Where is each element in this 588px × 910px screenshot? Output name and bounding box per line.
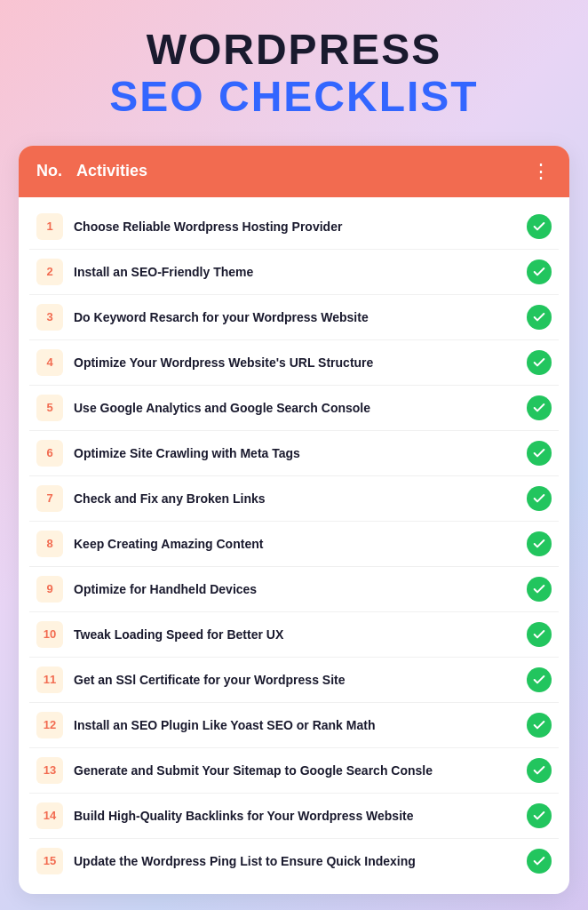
item-text: Optimize for Handheld Devices: [74, 581, 516, 597]
item-text: Get an SSl Certificate for your Wordpres…: [74, 672, 516, 688]
list-item: 4Optimize Your Wordpress Website's URL S…: [29, 340, 559, 386]
item-text: Build High-Quality Backlinks for Your Wo…: [74, 808, 516, 824]
header-no-label: No.: [36, 162, 62, 180]
item-text: Install an SEO Plugin Like Yoast SEO or …: [74, 717, 516, 733]
list-item: 15Update the Wordpress Ping List to Ensu…: [29, 839, 559, 883]
item-number: 14: [36, 802, 63, 829]
item-text: Optimize Your Wordpress Website's URL St…: [74, 355, 516, 371]
item-number: 3: [36, 304, 63, 331]
title-line1: WORDPRESS: [19, 27, 569, 74]
item-number: 6: [36, 440, 63, 467]
check-icon[interactable]: [527, 622, 552, 647]
checklist-items: 1Choose Reliable Wordpress Hosting Provi…: [19, 197, 569, 894]
list-item: 13Generate and Submit Your Sitemap to Go…: [29, 748, 559, 794]
header-activities-label: Activities: [76, 162, 147, 180]
check-icon[interactable]: [527, 667, 552, 692]
list-item: 7Check and Fix any Broken Links: [29, 476, 559, 522]
list-item: 5Use Google Analytics and Google Search …: [29, 386, 559, 431]
list-item: 12Install an SEO Plugin Like Yoast SEO o…: [29, 703, 559, 748]
check-icon[interactable]: [527, 441, 552, 466]
header-left: No. Activities: [36, 162, 147, 180]
item-text: Choose Reliable Wordpress Hosting Provid…: [74, 219, 516, 235]
check-icon[interactable]: [527, 259, 552, 284]
title-line2: SEO CHECKLIST: [19, 74, 569, 121]
item-number: 13: [36, 757, 63, 784]
item-text: Install an SEO-Friendly Theme: [74, 264, 516, 280]
item-number: 15: [36, 848, 63, 874]
check-icon[interactable]: [527, 305, 552, 330]
item-text: Optimize Site Crawling with Meta Tags: [74, 445, 516, 461]
check-icon[interactable]: [527, 713, 552, 738]
item-number: 4: [36, 349, 63, 376]
main-container: WORDPRESS SEO CHECKLIST No. Activities ⋮…: [19, 27, 569, 894]
checklist-header: No. Activities ⋮: [19, 146, 569, 197]
list-item: 9Optimize for Handheld Devices: [29, 567, 559, 612]
item-number: 11: [36, 667, 63, 693]
checklist-card: No. Activities ⋮ 1Choose Reliable Wordpr…: [19, 146, 569, 894]
item-text: Generate and Submit Your Sitemap to Goog…: [74, 762, 516, 778]
list-item: 11Get an SSl Certificate for your Wordpr…: [29, 658, 559, 703]
item-text: Check and Fix any Broken Links: [74, 491, 516, 507]
item-number: 12: [36, 712, 63, 738]
check-icon[interactable]: [527, 350, 552, 375]
list-item: 14Build High-Quality Backlinks for Your …: [29, 794, 559, 839]
check-icon[interactable]: [527, 214, 552, 239]
item-text: Keep Creating Amazing Content: [74, 536, 516, 552]
list-item: 8Keep Creating Amazing Content: [29, 522, 559, 567]
list-item: 10Tweak Loading Speed for Better UX: [29, 612, 559, 658]
item-text: Update the Wordpress Ping List to Ensure…: [74, 853, 516, 869]
list-item: 1Choose Reliable Wordpress Hosting Provi…: [29, 204, 559, 250]
title-section: WORDPRESS SEO CHECKLIST: [19, 27, 569, 121]
check-icon[interactable]: [527, 758, 552, 783]
item-number: 7: [36, 485, 63, 512]
list-item: 3Do Keyword Resarch for your Wordpress W…: [29, 295, 559, 340]
list-item: 6Optimize Site Crawling with Meta Tags: [29, 431, 559, 476]
check-icon[interactable]: [527, 531, 552, 556]
check-icon[interactable]: [527, 803, 552, 828]
check-icon[interactable]: [527, 395, 552, 420]
item-text: Tweak Loading Speed for Better UX: [74, 627, 516, 643]
check-icon[interactable]: [527, 849, 552, 874]
item-number: 8: [36, 531, 63, 557]
item-number: 5: [36, 395, 63, 421]
header-dots-icon[interactable]: ⋮: [531, 160, 552, 183]
item-number: 9: [36, 576, 63, 603]
check-icon[interactable]: [527, 486, 552, 511]
list-item: 2Install an SEO-Friendly Theme: [29, 250, 559, 295]
item-number: 10: [36, 621, 63, 648]
item-text: Do Keyword Resarch for your Wordpress We…: [74, 309, 516, 325]
item-number: 1: [36, 213, 63, 240]
item-text: Use Google Analytics and Google Search C…: [74, 400, 516, 416]
check-icon[interactable]: [527, 577, 552, 602]
item-number: 2: [36, 259, 63, 285]
